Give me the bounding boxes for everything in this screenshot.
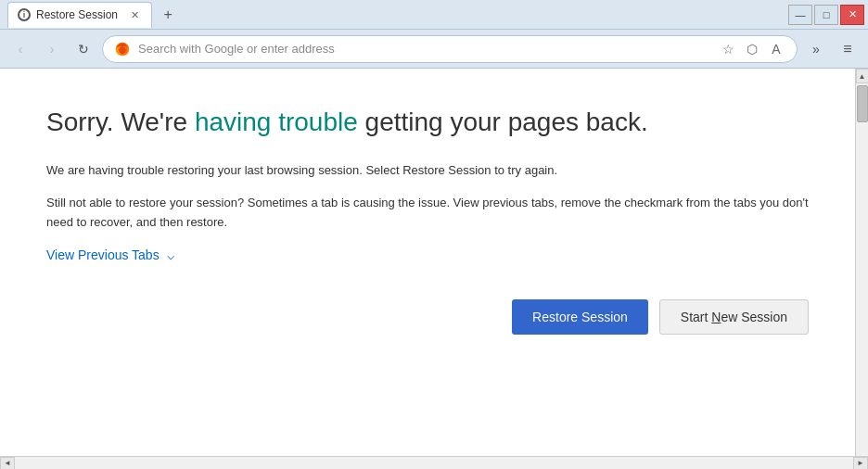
maximize-button[interactable]: □ [814,5,838,25]
address-bar[interactable]: Search with Google or enter address ☆ ⬡ … [102,35,798,63]
scroll-up-arrow[interactable]: ▲ [856,69,869,83]
forward-button[interactable]: › [39,36,65,62]
new-session-label-n: N [711,310,721,324]
back-button[interactable]: ‹ [7,36,33,62]
more-tools-button[interactable]: » [803,36,829,62]
tab-close-button[interactable]: ✕ [127,7,142,22]
title-part2: getting your pages back. [358,108,648,136]
title-bar: i Restore Session ✕ + — □ ✕ [0,0,868,30]
refresh-button[interactable]: ↻ [70,36,96,62]
restore-session-button[interactable]: Restore Session [512,299,648,335]
scroll-left-arrow[interactable]: ◄ [0,457,15,470]
account-icon[interactable]: A [767,40,785,58]
new-session-label-prefix: Start [681,310,711,324]
close-button[interactable]: ✕ [840,5,864,25]
address-text: Search with Google or enter address [138,42,711,56]
nav-bar: ‹ › ↻ Search with Google or enter addres… [0,30,868,69]
pocket-icon[interactable]: ⬡ [743,40,761,58]
browser-content-wrapper: Sorry. We're having trouble getting your… [0,69,868,456]
horizontal-scrollbar[interactable]: ◄ ► [0,456,868,469]
browser-content: Sorry. We're having trouble getting your… [0,69,855,456]
address-icons: ☆ ⬡ A [719,40,785,58]
hamburger-menu-button[interactable]: ≡ [835,36,861,62]
start-new-session-button[interactable]: Start New Session [659,299,809,335]
new-tab-button[interactable]: + [156,3,180,27]
scroll-right-arrow[interactable]: ► [853,457,868,470]
scroll-thumb[interactable] [857,85,868,122]
body-text-2: Still not able to restore your session? … [46,194,809,233]
view-previous-tabs-link[interactable]: View Previous Tabs [46,247,160,262]
title-teal: having trouble [195,108,358,136]
new-session-label-suffix: ew Session [721,310,787,324]
active-tab[interactable]: i Restore Session ✕ [7,2,152,28]
vertical-scrollbar[interactable]: ▲ [855,69,868,456]
tab-info-icon: i [18,8,31,21]
action-buttons: Restore Session Start New Session [46,299,809,335]
body-text-1: We are having trouble restoring your las… [46,161,809,181]
tab-strip: i Restore Session ✕ + [7,2,180,28]
view-previous-tabs-section: View Previous Tabs ⌵ [46,247,809,262]
title-part1: Sorry. We're [46,108,195,136]
chevron-down-icon[interactable]: ⌵ [167,247,174,262]
tab-label: Restore Session [36,8,118,21]
page-title: Sorry. We're having trouble getting your… [46,106,809,139]
window-controls: — □ ✕ [788,5,864,25]
minimize-button[interactable]: — [788,5,812,25]
firefox-logo-icon [114,41,131,57]
bookmark-star-icon[interactable]: ☆ [719,40,737,58]
